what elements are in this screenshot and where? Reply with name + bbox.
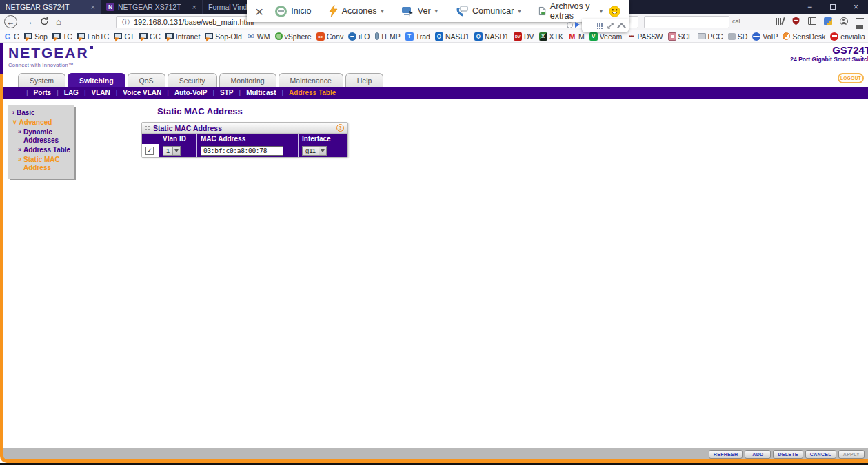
interface-select[interactable]: g11 <box>302 146 327 156</box>
submenu-item[interactable]: Multicast <box>234 89 276 96</box>
submenu-item[interactable]: Ports <box>21 89 51 96</box>
nav-tab[interactable]: Help <box>345 73 384 87</box>
footer-button[interactable]: ADD <box>745 450 771 459</box>
window-close-button[interactable]: × <box>854 2 858 12</box>
footer-button[interactable]: DELETE <box>773 450 803 459</box>
teamviewer-archivos[interactable]: Archivos y extras ▾ <box>538 1 603 21</box>
teamviewer-toolbar: × Inicio Acciones ▾ Ver ▾ Comunicar ▾ Ar… <box>247 0 629 22</box>
reload-button[interactable] <box>40 17 49 27</box>
submenu-item[interactable]: Address Table <box>276 89 336 96</box>
back-button[interactable]: ← <box>4 15 17 28</box>
sidebar-toggle-icon[interactable] <box>808 17 816 25</box>
bookmark-item[interactable]: Intranet <box>165 32 201 41</box>
teamviewer-comunicar[interactable]: Comunicar ▾ <box>455 6 521 17</box>
profile-icon[interactable] <box>840 17 848 25</box>
mac-address-input[interactable]: 03:bf:c0:a8:00:78 <box>201 146 283 156</box>
hamburger-menu-icon[interactable] <box>856 18 864 25</box>
bookmark-item[interactable]: TC <box>52 32 72 41</box>
adblock-shield-icon[interactable] <box>791 17 800 25</box>
bookmark-item[interactable]: VoIP <box>752 32 778 41</box>
sidebar-item[interactable]: › Basic <box>12 109 72 117</box>
drag-grip-icon[interactable] <box>145 126 150 130</box>
nav-tab[interactable]: Maintenance <box>279 73 343 87</box>
chevron-down-icon: ▾ <box>435 8 438 14</box>
sidebar-item[interactable]: ∨ Advanced <box>12 118 72 127</box>
footer-button[interactable]: CANCEL <box>805 450 836 459</box>
forward-button[interactable]: → <box>24 17 33 26</box>
extension-icon[interactable] <box>824 17 832 25</box>
feedback-smiley-icon[interactable] <box>609 6 620 17</box>
footer-button[interactable]: APPLY <box>838 450 865 459</box>
sidebar-item[interactable]: » Dynamic Addresses <box>18 128 72 145</box>
bookmark-icon <box>783 32 790 40</box>
bookmark-item[interactable]: M <box>568 32 585 41</box>
bookmark-item[interactable]: GC <box>139 32 161 41</box>
bookmark-item[interactable]: Conv <box>316 32 344 41</box>
browser-tab-gs724t[interactable]: NETGEAR GS724T × <box>0 0 101 14</box>
collapse-chevron-icon[interactable] <box>617 23 626 32</box>
bookmark-label: PCC <box>708 32 723 41</box>
bookmark-item[interactable]: NASU1 <box>435 32 470 41</box>
tab-close-icon[interactable]: × <box>91 3 95 11</box>
bookmark-label: GC <box>150 32 161 41</box>
bookmark-item[interactable]: Veeam <box>589 32 623 41</box>
teamviewer-close-icon[interactable]: × <box>255 4 263 19</box>
vlan-id-select[interactable]: 1 <box>163 146 181 156</box>
bookmark-item[interactable]: G <box>3 32 19 41</box>
site-info-icon[interactable]: ⓘ <box>122 17 130 28</box>
submenu-item[interactable]: Voice VLAN <box>110 89 162 96</box>
nav-tab[interactable]: System <box>18 73 65 87</box>
window-restore-button[interactable] <box>830 4 836 10</box>
teamviewer-inicio[interactable]: Inicio <box>275 6 311 17</box>
bookmark-icon <box>24 33 32 39</box>
bookmark-item[interactable]: SD <box>728 32 748 41</box>
tab-close-icon[interactable]: × <box>192 3 196 11</box>
row-checkbox[interactable]: ✓ <box>145 147 154 155</box>
sidebar-item[interactable]: » Static MAC Address <box>18 156 72 172</box>
teamviewer-acciones[interactable]: Acciones ▾ <box>329 5 384 17</box>
bookmark-item[interactable]: DV <box>514 32 534 41</box>
bookmark-icon <box>205 33 213 39</box>
bookmark-item[interactable]: WM <box>247 32 270 41</box>
nav-tab[interactable]: Security <box>168 73 217 87</box>
grid-icon[interactable] <box>597 23 603 29</box>
help-icon[interactable]: ? <box>336 124 344 132</box>
bookmark-item[interactable]: Sop <box>24 32 48 41</box>
bookmark-item[interactable]: NASD1 <box>474 32 509 41</box>
nav-tab[interactable]: Monitoring <box>219 73 276 87</box>
bookmark-item[interactable]: XTK <box>539 32 563 41</box>
clock-icon <box>567 22 573 28</box>
chevron-down-icon: ▾ <box>381 8 384 14</box>
monitor-icon <box>401 6 414 17</box>
bookmark-item[interactable]: iLO <box>348 32 370 41</box>
bookmark-item[interactable]: GT <box>114 32 134 41</box>
expand-icon[interactable] <box>607 22 614 30</box>
submenu-item[interactable]: STP <box>207 89 233 96</box>
static-mac-panel: Static MAC Address ? Vlan ID MAC Address… <box>141 122 348 158</box>
submenu-item[interactable]: Auto-VoIP <box>161 89 207 96</box>
sidebar-item[interactable]: » Address Table <box>18 146 72 154</box>
bookmark-item[interactable]: LabTC <box>77 32 110 41</box>
bookmark-item[interactable]: PCC <box>698 32 723 41</box>
bookmark-item[interactable]: vSphere <box>275 32 312 41</box>
bookmark-item[interactable]: SensDesk <box>783 32 825 41</box>
submenu-item[interactable]: VLAN <box>79 89 110 96</box>
library-icon[interactable] <box>776 17 784 25</box>
search-bar[interactable] <box>644 16 729 28</box>
bookmark-item[interactable]: SCF <box>668 32 693 41</box>
teamviewer-collapse-tab[interactable] <box>582 19 629 32</box>
home-button[interactable]: ⌂ <box>56 17 61 26</box>
footer-button[interactable]: REFRESH <box>709 450 743 459</box>
bookmark-item[interactable]: envialia <box>830 32 865 41</box>
teamviewer-ver[interactable]: Ver ▾ <box>401 6 438 17</box>
submenu-item[interactable]: LAG <box>51 89 79 96</box>
nav-tab[interactable]: Switching <box>68 73 125 87</box>
bookmark-item[interactable]: Sop-Old <box>205 32 242 41</box>
logout-button[interactable]: LOGOUT <box>838 73 864 83</box>
browser-tab-xs712t[interactable]: N NETGEAR XS712T × <box>101 0 203 14</box>
bookmark-item[interactable]: TEMP <box>375 32 401 41</box>
window-minimize-button[interactable]: − <box>807 2 812 12</box>
nav-tab[interactable]: QoS <box>128 73 165 87</box>
bookmark-item[interactable]: Trad <box>405 32 430 41</box>
bookmark-item[interactable]: PASSW <box>627 32 663 41</box>
